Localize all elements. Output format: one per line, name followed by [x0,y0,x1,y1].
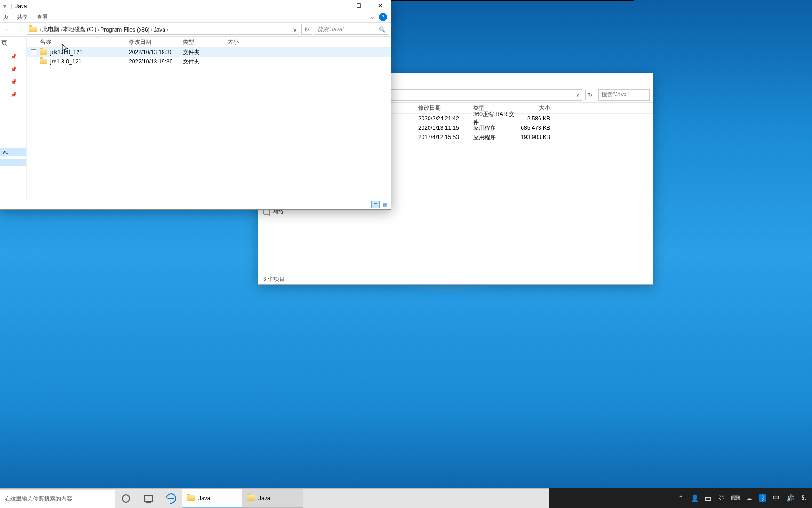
row-name-cell[interactable]: jdk1.8.0_121 [40,49,129,56]
chevron-down-icon[interactable]: ∨ [576,92,580,98]
folder-icon [187,495,195,501]
address-bar-front: ← ↑ › 此电脑 › 本地磁盘 (C:) › Program Files (x… [0,23,391,37]
col-date-header-back[interactable]: 修改日期 [418,104,473,112]
select-all-checkbox[interactable] [31,40,36,45]
tray-volume-icon[interactable]: 🔊 [786,494,794,502]
close-button[interactable]: ✕ [369,0,391,11]
refresh-button-back[interactable]: ↻ [585,90,595,100]
table-row[interactable]: jdk1.8.0_121 2022/10/13 19:30 文件夹 [27,48,391,57]
search-box-back[interactable]: 搜索"Java" [598,89,650,101]
nav-back-button[interactable]: ← [2,24,13,35]
tray-usb-icon[interactable]: 🖴 [704,494,712,502]
tray-onedrive-icon[interactable]: ☁ [745,494,753,502]
search-box-front[interactable]: 搜索"Java" 🔍 [314,24,389,35]
col-size-header-back[interactable]: 大小 [517,104,555,112]
pin-icon[interactable]: 📌 [10,79,17,85]
maximize-button[interactable]: ☐ [348,0,369,11]
view-mode-buttons: ☰ ▦ [371,201,389,208]
col-name-header[interactable]: 名称 [40,38,129,46]
search-placeholder-back: 搜索"Java" [601,91,629,99]
file-date: 2020/2/24 21:42 [418,115,473,122]
table-row[interactable]: jre1.8.0_121 2022/10/13 19:30 文件夹 [27,57,391,66]
file-list-front[interactable]: ˄ 名称 修改日期 类型 大小 jdk1.8.0_121 2022/10/13 … [27,37,391,201]
pin-icon[interactable]: 📌 [10,66,17,72]
col-date-header[interactable]: 修改日期 [129,38,183,46]
tray-keyboard-icon[interactable]: ⌨ [732,494,739,502]
tray-bluetooth-icon[interactable]: ᛒ [759,494,766,502]
nav-up-button[interactable]: ↑ [15,24,25,35]
explorer-window-front[interactable]: ▾ | Java ─ ☐ ✕ 页 共享 查看 ⌄ ? ← ↑ › 此电脑 › 本… [0,0,391,210]
nav-pane-front[interactable]: 页 📌 📌 📌 📌 ve [0,37,27,201]
folder-icon [247,495,255,501]
ribbon-expand-icon[interactable]: ⌄ [368,14,376,20]
minimize-button-back[interactable]: ─ [632,73,653,87]
col-check-header[interactable] [27,40,40,45]
file-type: 应用程序 [473,124,517,132]
window-title: Java [15,3,27,9]
help-button[interactable]: ? [379,13,387,21]
row-name-cell[interactable]: jre1.8.0_121 [40,58,129,65]
taskbar-search-placeholder: 在这里输入你要搜索的内容 [5,495,72,503]
pin-icon[interactable]: 📌 [10,92,17,98]
status-text-back: 3 个项目 [263,275,285,283]
row-checkbox[interactable] [31,49,36,55]
taskbar-search[interactable]: 在这里输入你要搜索的内容 [0,489,115,508]
col-size-header[interactable]: 大小 [227,38,256,46]
cortana-icon [122,494,130,503]
tab-share[interactable]: 共享 [17,13,28,21]
file-size: 2,586 KB [517,115,555,122]
title-separator: | [11,3,12,9]
file-type: 应用程序 [473,134,517,142]
folder-icon [29,27,37,32]
breadcrumb-box[interactable]: › 此电脑 › 本地磁盘 (C:) › Program Files (x86) … [27,24,299,35]
view-icons-button[interactable]: ▦ [381,201,389,208]
tray-people-icon[interactable]: 👤 [691,494,698,502]
breadcrumb-item[interactable]: 此电脑 [41,25,60,33]
edge-icon [164,491,178,505]
search-icon[interactable]: 🔍 [379,26,386,33]
file-name: jre1.8.0_121 [50,58,82,65]
breadcrumb-item[interactable]: Program Files (x86) [99,26,150,33]
titlebar-front[interactable]: ▾ | Java ─ ☐ ✕ [0,0,391,12]
cortana-button[interactable] [115,489,137,508]
taskview-icon [144,495,153,502]
taskbar-task-java-2[interactable]: Java [242,489,303,508]
drive-slot[interactable] [0,159,26,166]
col-type-header[interactable]: 类型 [183,38,227,46]
taskview-button[interactable] [137,489,160,508]
tray-overflow-icon[interactable]: ⌃ [677,494,685,502]
file-name: jdk1.8.0_121 [50,49,83,56]
folder-icon [40,49,47,55]
drive-label-cut[interactable]: ve [0,148,26,156]
file-type: 文件夹 [183,58,227,66]
view-details-button[interactable]: ☰ [371,201,380,208]
pin-icon[interactable]: 📌 [10,54,17,60]
refresh-button[interactable]: ↻ [301,24,312,35]
file-date: 2022/10/13 19:30 [129,49,183,56]
tab-view[interactable]: 查看 [37,13,48,21]
tray-network-icon[interactable]: 🖧 [800,494,807,502]
tray-defender-icon[interactable]: 🛡 [718,494,726,502]
file-size: 685,473 KB [517,125,555,131]
file-date: 2022/10/13 19:30 [129,58,183,65]
qat-chevron-icon[interactable]: ▾ [3,3,6,9]
edge-button[interactable] [160,489,182,508]
status-bar-back: 3 个项目 [258,274,653,284]
nav-cut-text: 页 [1,39,7,47]
task-label: Java [198,495,210,501]
system-tray[interactable]: ⌃ 👤 🖴 🛡 ⌨ ☁ ᛒ 中 🔊 🖧 [549,488,812,508]
column-headers-front[interactable]: ˄ 名称 修改日期 类型 大小 [27,37,391,48]
folder-icon [40,59,47,64]
breadcrumb-item[interactable]: Java [153,26,166,33]
ribbon-tabs[interactable]: 页 共享 查看 ⌄ ? [0,12,391,23]
search-placeholder-front: 搜索"Java" [317,25,344,33]
tab-home[interactable]: 页 [3,13,8,21]
taskbar-task-java-1[interactable]: Java [182,489,242,508]
breadcrumb-item[interactable]: 本地磁盘 (C:) [62,25,97,33]
row-checkbox-cell[interactable] [27,49,40,55]
minimize-button[interactable]: ─ [326,0,348,11]
tray-ime-icon[interactable]: 中 [773,494,780,502]
chevron-down-icon[interactable]: ∨ [293,26,297,33]
chevron-right-icon[interactable]: › [166,26,168,33]
sort-ascending-icon: ˄ [95,36,98,41]
